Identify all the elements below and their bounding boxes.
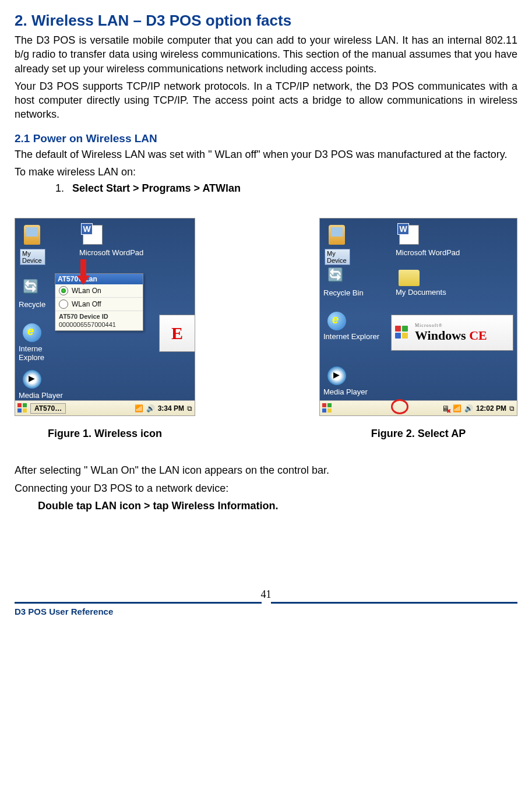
windows-ce-badge-cut: E: [159, 315, 195, 352]
ie-row2: [323, 309, 379, 333]
media-label: Media Player: [19, 391, 63, 400]
tray-clock: 3:34 PM: [158, 404, 184, 413]
red-arrow-annotation: [77, 259, 90, 285]
windows-ce-text: Windows CE: [415, 328, 513, 343]
ie-row: [19, 321, 45, 344]
recycle-row2: [323, 265, 364, 288]
tray-net-icon: 📶: [135, 404, 143, 413]
wordpad-icon2: [396, 223, 422, 246]
microsoft-text: Microsoft®: [415, 323, 513, 328]
radio-on-icon: [59, 286, 68, 295]
figure-1-col: My Device Microsoft WordPad Recycle: [15, 218, 195, 440]
wlan-on-label: WLan On: [72, 287, 101, 295]
popup-title: AT570WLan: [55, 274, 143, 284]
intro-paragraph-1: The D3 POS is versatile mobile computer …: [15, 33, 517, 76]
my-device-icon2: [323, 223, 350, 246]
wordpad-row2: [396, 223, 460, 246]
start-icon: [17, 403, 28, 414]
pda-icon2: [323, 223, 350, 246]
radio-off-icon: [59, 299, 68, 309]
tray-sound-icon: 🔊: [146, 404, 155, 413]
wordpad-label2: Microsoft WordPad: [396, 249, 460, 257]
list-item-1: Select Start > Programs > ATWlan: [72, 182, 241, 194]
media-label2: Media Player: [323, 387, 368, 396]
list-number: 1.: [55, 182, 69, 195]
taskbar: AT570… 📶 🔊 3:34 PM ⧉: [15, 400, 195, 415]
pda-icon: [19, 223, 45, 246]
figure-2-col: My Device Recycle Bin Internet Explorer …: [319, 218, 517, 440]
media-icon: [19, 368, 45, 391]
ie-label-1: Interne: [19, 344, 45, 353]
media-row: [19, 368, 63, 391]
subsection-heading: 2.1 Power on Wireless LAN: [15, 132, 517, 145]
mydocs-row: [396, 265, 446, 288]
section-heading: 2. Wireless LAN – D3 POS option facts: [15, 12, 517, 30]
taskbar2: 🖥 ✖ 📶 🔊 12:02 PM ⧉: [320, 400, 517, 415]
my-device-label2: My Device: [325, 249, 350, 265]
tray-net-icon2: 📶: [453, 404, 461, 413]
my-device-icon: [19, 223, 45, 246]
recycle-icon2: [323, 265, 350, 288]
tray-sound-icon2: 🔊: [464, 404, 473, 413]
intro-paragraph-2: Your D3 POS supports TCP/IP network prot…: [15, 79, 517, 122]
ie-label2: Internet Explorer: [323, 333, 379, 341]
windows-word: Windows: [415, 328, 466, 343]
folder-icon: [396, 265, 422, 288]
figure-2-caption: Figure 2. Select AP: [371, 428, 466, 440]
after-text-1: After selecting " WLan On" the LAN icon …: [15, 463, 517, 477]
windows-flag-icon: [395, 326, 409, 340]
page-number: 41: [15, 588, 517, 601]
after-text-3: Double tap LAN icon > tap Wireless Infor…: [15, 499, 517, 513]
atwlan-popup: AT570WLan WLan On WLan Off AT570 Device …: [55, 273, 143, 330]
ie-label-2: Explore: [19, 353, 45, 362]
device-id-label: AT570 Device ID: [59, 313, 139, 320]
ordered-list: 1. Select Start > Programs > ATWlan: [15, 182, 517, 195]
system-tray: 📶 🔊 3:34 PM ⧉: [135, 404, 192, 413]
after-figures-block: After selecting " WLan On" the LAN icon …: [15, 463, 517, 513]
figure-1-caption: Figure 1. Wireless icon: [48, 428, 162, 440]
wlan-enable-text: To make wireless LAN on:: [15, 165, 517, 179]
figure-2-screen: My Device Recycle Bin Internet Explorer …: [319, 218, 517, 416]
wordpad-icon: [79, 223, 106, 246]
wlan-default-text: The default of Wireless LAN was set with…: [15, 147, 517, 161]
start-icon2: [322, 403, 333, 414]
ie-icon: [19, 321, 45, 344]
page-footer: 41 D3 POS User Reference: [15, 588, 517, 616]
wlan-on-option: WLan On: [55, 284, 143, 298]
wordpad-icon-row: [79, 223, 143, 246]
windows-ce-badge: Microsoft® Windows CE: [391, 315, 513, 351]
ce-word: CE: [466, 328, 487, 343]
wlan-off-label: WLan Off: [72, 300, 101, 308]
media-icon2: [323, 364, 350, 387]
media-row2: [323, 364, 368, 387]
wordpad-label: Microsoft WordPad: [79, 249, 143, 257]
after-text-2: Connecting your D3 POS to a network devi…: [15, 481, 517, 495]
device-id-value: 0000006557000441: [59, 321, 139, 329]
tray-wlan-icon: 🖥 ✖: [442, 404, 450, 413]
wlan-off-option: WLan Off: [55, 298, 143, 311]
footer-rule: [15, 602, 517, 604]
figure-1-screen: My Device Microsoft WordPad Recycle: [15, 218, 195, 416]
recycle-label2: Recycle Bin: [323, 288, 364, 297]
my-device-label: My Device: [20, 249, 45, 265]
system-tray2: 🖥 ✖ 📶 🔊 12:02 PM ⧉: [442, 404, 515, 413]
recycle-row: [19, 277, 45, 300]
device-id-block: AT570 Device ID 0000006557000441: [55, 311, 143, 330]
recycle-label: Recycle: [19, 300, 45, 309]
tray-desktop-icon2: ⧉: [509, 404, 515, 413]
tray-desktop-icon: ⧉: [187, 404, 192, 413]
tray-clock2: 12:02 PM: [476, 404, 506, 413]
recycle-icon: [19, 277, 45, 300]
taskbar-app-button: AT570…: [30, 403, 66, 414]
figures-row: My Device Microsoft WordPad Recycle: [15, 218, 517, 440]
ie-icon2: [323, 309, 350, 333]
mydocs-label: My Documents: [396, 288, 446, 297]
footer-reference: D3 POS User Reference: [15, 607, 517, 616]
